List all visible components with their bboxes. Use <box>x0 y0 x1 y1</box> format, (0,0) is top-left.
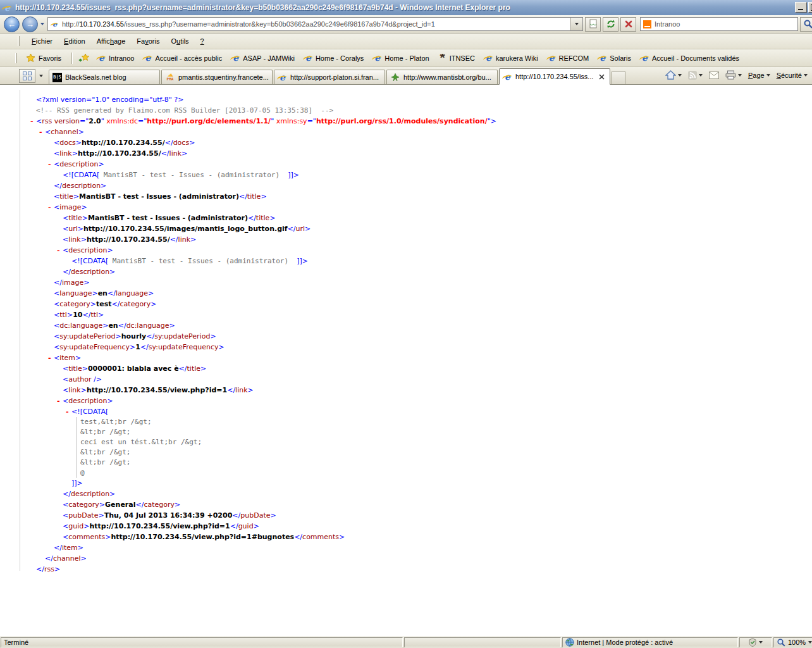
status-message: Terminé <box>4 639 28 646</box>
xml-token-m: </ <box>36 565 44 573</box>
favorites-link[interactable]: REFCOM <box>543 51 594 65</box>
xml-line: -<description> <box>0 159 812 170</box>
menu-item-favoris[interactable]: Favoris <box>131 35 165 47</box>
xml-token-m: </ <box>63 490 71 498</box>
home-button[interactable] <box>662 68 685 82</box>
favorites-links: IntranooAccueil - accès publicASAP - JAM… <box>92 51 744 65</box>
xml-token-m: > <box>491 117 496 125</box>
tab[interactable]: http://support-platon.si.fran... <box>274 70 385 84</box>
xml-token-m: < <box>63 214 68 222</box>
menu-item-affichage[interactable]: Affichage <box>91 35 132 47</box>
tab[interactable]: http://www.mantisbt.org/bu... <box>386 70 498 84</box>
chevron-down-icon <box>39 75 43 77</box>
address-dropdown-button[interactable] <box>570 18 582 30</box>
tab-active[interactable]: http://10.170.234.55/iss... <box>499 68 610 85</box>
favorites-button[interactable]: Favoris <box>21 51 66 65</box>
collapse-toggle[interactable]: - <box>56 396 63 406</box>
feeds-button[interactable] <box>685 68 706 82</box>
collapse-toggle[interactable]: - <box>30 116 36 127</box>
xml-token-m: </ <box>230 522 238 530</box>
xml-token-m: </ <box>227 386 235 394</box>
xml-line: <title>MantisBT - test - Issues - (admin… <box>0 213 812 223</box>
tab-close-button[interactable] <box>597 72 606 82</box>
read-mail-button[interactable] <box>706 68 722 82</box>
xml-token-t: image <box>62 278 83 287</box>
add-to-favorites-bar-button[interactable] <box>78 53 90 63</box>
xml-token-m: > <box>107 397 113 405</box>
star-icon <box>26 53 35 63</box>
menu-item-fichier[interactable]: Fichier <box>26 35 58 47</box>
xml-line: <?xml version="1.0" encoding="utf-8" ?> <box>0 94 812 105</box>
xml-token-cd: MantisBT - test - Issues - (administrato… <box>99 171 288 179</box>
xml-token-m: < <box>54 321 59 330</box>
maximize-button[interactable] <box>808 2 812 13</box>
favorites-link[interactable]: Solaris <box>593 51 636 65</box>
favorites-link[interactable]: Accueil - Documents validés <box>636 51 744 65</box>
collapse-toggle[interactable]: - <box>47 352 54 363</box>
tab[interactable]: pmantis.stquentiny.francete... <box>161 70 273 84</box>
xml-line: -<rss version="2.0" xmlns:dc="http://pur… <box>0 116 812 127</box>
zoom-button[interactable]: 100% <box>773 637 812 647</box>
url-scheme: http:// <box>62 20 80 28</box>
xml-token-m: > <box>80 554 86 563</box>
collapse-toggle[interactable]: - <box>47 202 54 213</box>
xml-token-m: < <box>63 522 68 530</box>
toolbar-grip[interactable] <box>15 53 17 63</box>
favorites-link[interactable]: Intranoo <box>92 51 138 65</box>
minimize-button[interactable] <box>795 2 807 13</box>
xml-token-m: > <box>169 321 175 330</box>
favorites-link[interactable]: karukera Wiki <box>479 51 543 65</box>
compatibility-view-button[interactable] <box>585 17 601 32</box>
chevron-down-icon <box>738 74 742 77</box>
collapse-toggle[interactable]: - <box>47 159 54 170</box>
xml-token-m: > <box>254 522 259 530</box>
xml-token-t: sy:updateFrequency <box>149 343 219 351</box>
menu-item-help[interactable]: ? <box>195 35 210 47</box>
page-menu-button[interactable]: Page <box>745 68 773 82</box>
print-button[interactable] <box>722 68 745 82</box>
xml-token-m: > <box>190 235 196 244</box>
favorites-bar: Favoris IntranooAccueil - accès publicAS… <box>0 49 812 67</box>
xml-line: <title>MantisBT - test - Issues - (admin… <box>0 191 812 202</box>
xml-token-m: </ <box>232 511 240 520</box>
favorites-link[interactable]: Accueil - accès public <box>138 51 226 65</box>
menu-item-outils[interactable]: Outils <box>165 35 194 47</box>
collapse-toggle[interactable]: - <box>56 245 63 256</box>
quick-tabs-button[interactable] <box>19 69 35 83</box>
xml-token-m: > <box>261 192 266 201</box>
xml-token-m: < <box>63 397 68 405</box>
new-tab-stub[interactable] <box>612 71 625 84</box>
stop-button[interactable] <box>620 17 636 32</box>
xml-token-t: channel <box>51 128 78 136</box>
xml-token-m: > <box>83 278 89 287</box>
favorites-link[interactable]: ASAP - JAMWiki <box>226 51 299 65</box>
address-bar[interactable]: http://10.170.234.55/issues_rss.php?user… <box>47 17 583 31</box>
xml-line: &lt;br /&gt; <box>77 427 812 437</box>
tab-list-dropdown-button[interactable] <box>36 69 46 83</box>
menu-item-edition[interactable]: Edition <box>58 35 91 47</box>
search-button[interactable] <box>800 17 812 32</box>
back-button[interactable] <box>4 16 20 32</box>
forward-button[interactable] <box>22 16 38 32</box>
collapse-toggle[interactable]: - <box>39 127 45 137</box>
tab-bar: BlackSeals.net blogpmantis.stquentiny.fr… <box>0 67 812 85</box>
favorites-link[interactable]: ITNSEC <box>434 52 479 65</box>
itnsec-favicon-icon <box>438 54 447 63</box>
menu-bar-items: FichierEditionAffichageFavorisOutils? <box>26 35 210 47</box>
favorites-button-label: Favoris <box>39 54 61 62</box>
security-menu-button[interactable]: Sécurité <box>773 68 811 82</box>
history-dropdown-button[interactable] <box>40 23 44 25</box>
toolbar-grip[interactable] <box>18 36 20 46</box>
xml-token-m: </ <box>146 332 154 340</box>
search-box[interactable]: Intranoo <box>640 17 798 31</box>
xml-token-t: description <box>71 268 109 276</box>
collapse-toggle[interactable]: - <box>65 406 71 417</box>
protected-mode-button[interactable] <box>739 637 772 647</box>
xml-line: test,&lt;br /&gt; <box>77 417 812 427</box>
favorites-link[interactable]: Home - Coralys <box>299 51 368 65</box>
xml-token-m: </ <box>118 321 126 330</box>
xml-line: ceci est un tést.&lt;br /&gt; <box>77 437 812 447</box>
favorites-link[interactable]: Home - Platon <box>368 51 433 65</box>
refresh-button[interactable] <box>603 17 618 32</box>
tab[interactable]: BlackSeals.net blog <box>49 70 160 84</box>
